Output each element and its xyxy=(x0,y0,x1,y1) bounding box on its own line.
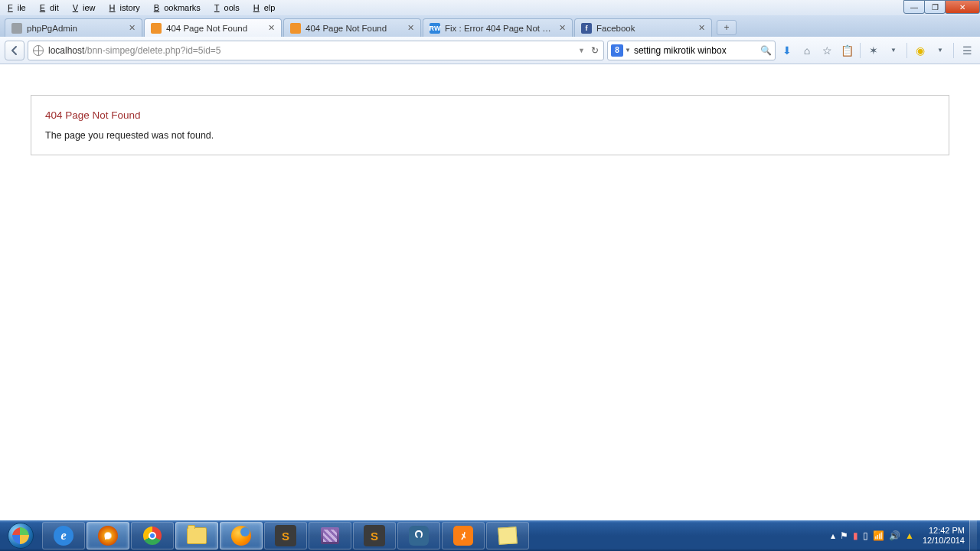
taskbar-app-notes[interactable] xyxy=(486,522,529,549)
taskbar-app-sublime1[interactable]: S xyxy=(264,522,307,549)
search-input[interactable] xyxy=(634,45,760,56)
library-button[interactable]: 📋 xyxy=(838,42,855,59)
toolbar-separator xyxy=(953,43,954,58)
browser-tab[interactable]: 404 Page Not Found ✕ xyxy=(283,18,421,37)
addon-dropdown-1[interactable]: ▼ xyxy=(885,42,902,59)
addon-button-2[interactable]: ◉ xyxy=(912,42,929,59)
globe-icon xyxy=(33,45,44,56)
error-message: The page you requested was not found. xyxy=(45,130,935,141)
tray-volume-icon[interactable]: 🔊 xyxy=(889,530,900,541)
tray-overflow-icon[interactable]: ▴ xyxy=(831,530,835,541)
taskbar-app-pg[interactable] xyxy=(397,522,440,549)
tab-close-button[interactable]: ✕ xyxy=(268,23,275,33)
tab-title: phpPgAdmin xyxy=(27,24,124,33)
error-title: 404 Page Not Found xyxy=(45,109,935,121)
back-button[interactable] xyxy=(5,41,24,60)
tab-favicon: RW xyxy=(430,23,440,34)
menu-history[interactable]: History xyxy=(105,2,149,14)
browser-tab[interactable]: phpPgAdmin ✕ xyxy=(5,18,142,37)
tab-close-button[interactable]: ✕ xyxy=(559,23,566,33)
window-minimize-button[interactable]: — xyxy=(903,0,925,14)
addon-dropdown-2[interactable]: ▼ xyxy=(932,42,949,59)
reload-button[interactable]: ↻ xyxy=(591,45,599,56)
menu-edit[interactable]: Edit xyxy=(35,2,68,14)
menu-bar: File Edit View History Bookmarks Tools H… xyxy=(0,0,980,15)
tab-favicon xyxy=(11,23,22,34)
start-button[interactable] xyxy=(0,520,41,551)
tab-favicon xyxy=(151,23,162,34)
tab-close-button[interactable]: ✕ xyxy=(129,23,136,33)
taskbar-app-chrome[interactable] xyxy=(131,522,174,549)
addon-button-1[interactable]: ✶ xyxy=(865,42,882,59)
tray-flag-icon[interactable]: ⚑ xyxy=(840,530,848,541)
browser-tab[interactable]: RW Fix : Error 404 Page Not Fo... ✕ xyxy=(423,18,573,37)
search-submit-icon[interactable]: 🔍 xyxy=(760,45,772,56)
search-box[interactable]: 8 ▼ 🔍 xyxy=(607,41,776,60)
google-icon: 8 xyxy=(611,44,623,57)
tab-strip: phpPgAdmin ✕ 404 Page Not Found ✕ 404 Pa… xyxy=(0,15,980,37)
navigation-toolbar: localhost/bnn-simpeg/delete.php?id=5id=5… xyxy=(0,37,980,64)
tab-title: Fix : Error 404 Page Not Fo... xyxy=(445,24,554,33)
page-content: 404 Page Not Found The page you requeste… xyxy=(0,64,980,186)
taskbar-app-ie[interactable]: e xyxy=(42,522,85,549)
menu-file[interactable]: File xyxy=(3,2,35,14)
tab-favicon: f xyxy=(581,23,592,34)
taskbar-app-explorer[interactable] xyxy=(175,522,218,549)
menu-bookmarks[interactable]: Bookmarks xyxy=(149,2,210,14)
tab-title: Facebook xyxy=(596,24,694,33)
url-dropdown-icon[interactable]: ▼ xyxy=(578,47,585,54)
toolbar-separator xyxy=(906,43,907,58)
taskbar-app-winrar[interactable] xyxy=(309,522,351,549)
taskbar-app-sublime2[interactable]: S xyxy=(353,522,396,549)
tab-close-button[interactable]: ✕ xyxy=(407,23,414,33)
tab-title: 404 Page Not Found xyxy=(166,24,263,33)
home-button[interactable]: ⌂ xyxy=(799,42,815,59)
toolbar-separator xyxy=(860,43,861,58)
browser-tab[interactable]: f Facebook ✕ xyxy=(574,18,712,37)
browser-tab[interactable]: 404 Page Not Found ✕ xyxy=(144,18,282,37)
window-maximize-button[interactable]: ❐ xyxy=(924,0,946,14)
downloads-button[interactable]: ⬇ xyxy=(779,42,795,59)
taskbar-app-firefox[interactable] xyxy=(220,522,263,549)
new-tab-button[interactable]: + xyxy=(717,20,737,35)
tray-cloud-icon[interactable]: ▲ xyxy=(905,530,914,541)
system-tray: ▴ ⚑ ▮ ▯ 📶 🔊 ▲ 12:42 PM 12/10/2014 xyxy=(828,520,980,551)
menu-view[interactable]: View xyxy=(68,2,105,14)
menu-tools[interactable]: Tools xyxy=(210,2,249,14)
error-box: 404 Page Not Found The page you requeste… xyxy=(31,95,949,155)
url-text: localhost/bnn-simpeg/delete.php?id=5id=5 xyxy=(48,45,578,56)
tray-clock[interactable]: 12:42 PM 12/10/2014 xyxy=(923,526,965,546)
tray-battery-icon[interactable]: ▮ xyxy=(853,530,858,541)
tray-network-icon[interactable]: ▯ xyxy=(863,530,868,541)
bookmark-star-button[interactable]: ☆ xyxy=(818,42,835,59)
tray-wifi-icon[interactable]: 📶 xyxy=(873,530,884,541)
back-arrow-icon xyxy=(9,45,20,56)
taskbar-app-xampp[interactable]: ﾒ xyxy=(442,522,485,549)
tab-title: 404 Page Not Found xyxy=(305,24,403,33)
hamburger-menu-button[interactable]: ☰ xyxy=(959,42,975,59)
taskbar-app-wmp[interactable]: ▶ xyxy=(87,522,129,549)
search-engine-dropdown-icon[interactable]: ▼ xyxy=(625,47,631,54)
windows-taskbar: e▶SSﾒ ▴ ⚑ ▮ ▯ 📶 🔊 ▲ 12:42 PM 12/10/2014 xyxy=(0,520,980,551)
menu-help[interactable]: Help xyxy=(249,2,285,14)
show-desktop-button[interactable] xyxy=(969,520,977,551)
window-close-button[interactable]: ✕ xyxy=(945,0,980,14)
address-bar[interactable]: localhost/bnn-simpeg/delete.php?id=5id=5… xyxy=(28,41,604,60)
tab-close-button[interactable]: ✕ xyxy=(698,23,705,33)
tab-favicon xyxy=(290,23,301,34)
windows-orb-icon xyxy=(8,523,34,549)
